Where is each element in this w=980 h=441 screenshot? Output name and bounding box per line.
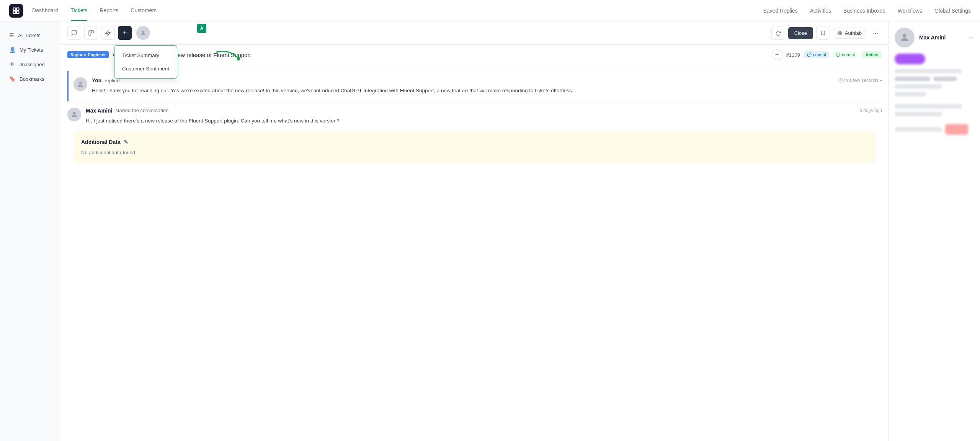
customer-avatar xyxy=(895,28,915,47)
ticket-title: Want to know about the new release of Fl… xyxy=(113,52,768,58)
message-author-max: Max Amini xyxy=(86,108,113,114)
message-view-button[interactable] xyxy=(67,26,81,40)
svg-point-22 xyxy=(903,34,906,38)
ai-avatar-badge: A xyxy=(197,24,206,33)
message-text-you: Hello! Thank you for reaching out. Yes w… xyxy=(92,87,882,95)
nav-tickets[interactable]: Tickets xyxy=(71,0,88,21)
message-header-max: Max Amini started the conversation 3 day… xyxy=(86,108,882,114)
nav-reports[interactable]: Reports xyxy=(100,0,118,21)
svg-rect-5 xyxy=(91,31,93,33)
nav-right: Saved Replies Activities Business Inboxe… xyxy=(763,8,971,14)
svg-rect-3 xyxy=(16,11,19,13)
priority-badge-1: normal xyxy=(804,51,829,58)
right-sidebar: Max Amini ⋯ xyxy=(888,21,980,441)
nav-activities[interactable]: Activities xyxy=(810,8,831,14)
app-logo[interactable] xyxy=(9,4,23,18)
bookmark-button[interactable] xyxy=(816,26,830,40)
layout-view-button[interactable] xyxy=(84,26,98,40)
additional-data-title: Additional Data ✎ xyxy=(81,139,868,145)
close-button[interactable]: Close xyxy=(788,27,813,39)
add-tab-button[interactable]: + xyxy=(772,49,782,60)
message-avatar-you xyxy=(74,77,87,91)
customer-info-line-2 xyxy=(895,84,942,89)
top-nav: Dashboard Tickets Reports Customers Save… xyxy=(0,0,980,21)
main-layout: ☰ All Tickets 👤 My Tickets 👁 Unassigned … xyxy=(0,21,980,441)
ticket-header: Support Engineer Want to know about the … xyxy=(61,45,888,65)
message-header-you: You replied in a few seconds ▾ xyxy=(92,77,882,83)
customer-more-button[interactable]: ⋯ xyxy=(967,33,974,42)
message-content-you: You replied in a few seconds ▾ Hello! Th… xyxy=(92,77,882,95)
more-options-button[interactable]: ⋯ xyxy=(869,27,882,39)
sidebar-item-my-tickets[interactable]: 👤 My Tickets xyxy=(3,43,58,57)
sidebar-item-bookmarks[interactable]: 🔖 Bookmarks xyxy=(3,72,58,86)
blur-pill-1 xyxy=(895,77,930,81)
svg-rect-4 xyxy=(89,31,91,35)
sidebar-item-unassigned[interactable]: 👁 Unassigned xyxy=(3,57,58,71)
customer-tag-badge xyxy=(895,54,925,64)
customer-action-button[interactable] xyxy=(945,124,968,135)
ticket-toolbar: A xyxy=(61,21,888,45)
ai-button-dropdown[interactable] xyxy=(101,26,115,40)
ticket-id: #1109 xyxy=(786,52,800,58)
sidebar-item-all-tickets[interactable]: ☰ All Tickets xyxy=(3,28,58,42)
customer-info-line-6 xyxy=(895,127,942,132)
svg-marker-6 xyxy=(106,30,110,35)
support-engineer-badge: Support Engineer xyxy=(67,51,109,58)
svg-rect-11 xyxy=(838,33,840,35)
refresh-button[interactable] xyxy=(771,26,785,40)
svg-rect-0 xyxy=(13,8,16,10)
message-action-max: started the conversation xyxy=(116,108,169,113)
main-content: A xyxy=(61,21,888,441)
svg-marker-7 xyxy=(237,57,241,61)
svg-rect-10 xyxy=(840,31,842,33)
bookmark-icon: 🔖 xyxy=(9,76,16,82)
message-author-you: You xyxy=(92,77,101,83)
status-badge: Active xyxy=(862,51,882,58)
customer-info-line-3 xyxy=(895,92,926,96)
message-time-you: in a few seconds ▾ xyxy=(838,78,882,83)
user-icon: 👤 xyxy=(9,47,16,53)
priority-2-text: normal xyxy=(842,52,855,57)
message-text-max: Hi, I just noticed there's a new release… xyxy=(86,117,882,125)
message-avatar-max xyxy=(67,108,81,121)
sidebar-label-unassigned: Unassigned xyxy=(18,62,45,67)
ai-dropdown-customer-sentiment[interactable]: Customer Sentiment xyxy=(114,62,177,75)
customer-name: Max Amini xyxy=(919,34,967,41)
svg-point-21 xyxy=(73,112,76,114)
authlab-selector[interactable]: Authlab xyxy=(833,28,866,39)
nav-saved-replies[interactable]: Saved Replies xyxy=(763,8,797,14)
user-avatar-toolbar xyxy=(136,26,150,40)
svg-rect-12 xyxy=(840,33,842,35)
arrow-annotation xyxy=(212,49,243,67)
customer-info-line-4 xyxy=(895,104,962,109)
conversation-area: You replied in a few seconds ▾ Hello! Th… xyxy=(61,65,888,441)
svg-rect-2 xyxy=(13,11,16,13)
additional-data-section: Additional Data ✎ No additional data fou… xyxy=(74,131,876,163)
ticket-area: A xyxy=(61,21,888,441)
sidebar-label-my-tickets: My Tickets xyxy=(20,47,43,53)
priority-badge-2: normal xyxy=(833,51,858,58)
ai-plus-button[interactable]: + xyxy=(118,26,132,40)
additional-data-edit[interactable]: ✎ xyxy=(124,139,128,145)
nav-workflows[interactable]: Workflows xyxy=(898,8,922,14)
customer-info-row-1 xyxy=(895,77,974,81)
message-you: You replied in a few seconds ▾ Hello! Th… xyxy=(67,71,882,101)
ai-dropdown-ticket-summary[interactable]: Ticket Summary xyxy=(114,49,177,62)
authlab-label-text: Authlab xyxy=(845,30,862,36)
message-content-max: Max Amini started the conversation 3 day… xyxy=(86,108,882,125)
nav-business-inboxes[interactable]: Business Inboxes xyxy=(843,8,885,14)
nav-global-settings[interactable]: Global Settings xyxy=(934,8,971,14)
customer-header: Max Amini ⋯ xyxy=(895,28,974,47)
ai-dropdown-menu: Ticket Summary Customer Sentiment xyxy=(114,45,177,79)
nav-dashboard[interactable]: Dashboard xyxy=(32,0,59,21)
svg-point-8 xyxy=(142,31,144,33)
customer-info-line-1 xyxy=(895,69,962,74)
eye-icon: 👁 xyxy=(9,61,15,67)
list-icon: ☰ xyxy=(9,32,14,38)
svg-point-19 xyxy=(79,82,82,84)
blur-pill-2 xyxy=(933,77,957,81)
nav-customers[interactable]: Customers xyxy=(131,0,157,21)
priority-1-text: normal xyxy=(813,52,826,57)
svg-rect-9 xyxy=(838,31,840,33)
message-time-max: 3 days ago xyxy=(859,108,882,113)
